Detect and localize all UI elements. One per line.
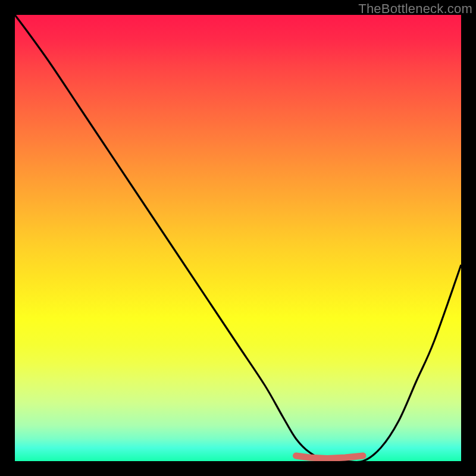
- watermark-text: TheBottleneck.com: [358, 1, 472, 17]
- optimal-marker: [296, 456, 364, 459]
- bottleneck-curve: [15, 15, 461, 461]
- chart-frame: TheBottleneck.com: [0, 0, 476, 476]
- plot-area: [15, 15, 461, 461]
- curve-layer: [15, 15, 461, 461]
